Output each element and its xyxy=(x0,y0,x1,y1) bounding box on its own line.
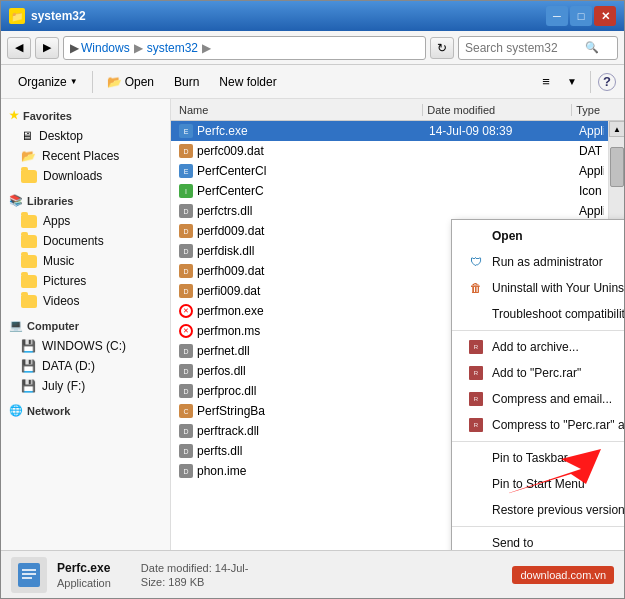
dat-icon: C xyxy=(179,404,193,418)
file-list: Name Date modified Type E Perfc.exe 14-J… xyxy=(171,99,624,550)
sidebar-item-f-drive[interactable]: 💾 July (F:) xyxy=(1,376,170,396)
drive-icon: 💾 xyxy=(21,359,36,373)
table-row[interactable]: E PerfCenterCl Applic xyxy=(171,161,608,181)
dat-icon: D xyxy=(179,224,193,238)
col-name[interactable]: Name xyxy=(175,104,423,116)
file-name-cell: D perfd009.dat xyxy=(175,224,425,238)
rar-icon: R xyxy=(468,339,484,355)
minimize-button[interactable]: ─ xyxy=(546,6,568,26)
ctx-item-label: Troubleshoot compatibility xyxy=(492,307,624,321)
network-header[interactable]: 🌐 Network xyxy=(1,400,170,421)
table-row[interactable]: D perfctrs.dll Applic xyxy=(171,201,608,221)
sidebar-item-d-drive[interactable]: 💾 DATA (D:) xyxy=(1,356,170,376)
ctx-open[interactable]: Open xyxy=(452,223,624,249)
view-options-button[interactable]: ≡ xyxy=(535,71,557,93)
file-name-cell: I PerfCenterC xyxy=(175,184,425,198)
folder-icon xyxy=(21,295,37,308)
computer-header[interactable]: 💻 Computer xyxy=(1,315,170,336)
file-name-cell: D perfos.dll xyxy=(175,364,425,378)
file-name-text: phon.ime xyxy=(197,464,246,478)
scroll-up-button[interactable]: ▲ xyxy=(609,121,624,137)
table-row[interactable]: D perfc009.dat DAT Fi xyxy=(171,141,608,161)
sidebar-item-music[interactable]: Music xyxy=(1,251,170,271)
dll-icon: D xyxy=(179,424,193,438)
rar-icon: R xyxy=(468,365,484,381)
col-type[interactable]: Type xyxy=(572,104,604,116)
sidebar-item-desktop[interactable]: 🖥 Desktop xyxy=(1,126,170,146)
ctx-compress-perc-email[interactable]: R Compress to "Perc.rar" and email xyxy=(452,412,624,438)
scroll-handle[interactable] xyxy=(610,147,624,187)
file-name-cell: D perfh009.dat xyxy=(175,264,425,278)
maximize-button[interactable]: □ xyxy=(570,6,592,26)
start-icon xyxy=(468,476,484,492)
view-toggle-button[interactable]: ▼ xyxy=(561,71,583,93)
status-date-modified: Date modified: 14-Jul- xyxy=(141,562,249,574)
breadcrumb-windows[interactable]: Windows xyxy=(81,41,130,55)
network-icon: 🌐 xyxy=(9,404,23,417)
banned-icon: ✕ xyxy=(179,304,193,318)
file-name-text: perfc009.dat xyxy=(197,144,264,158)
favorites-header[interactable]: ★ Favorites xyxy=(1,105,170,126)
dll-icon: D xyxy=(179,444,193,458)
drive-icon: 💾 xyxy=(21,339,36,353)
ctx-add-perc-rar[interactable]: R Add to "Perc.rar" xyxy=(452,360,624,386)
window-icon: 📁 xyxy=(9,8,25,24)
close-button[interactable]: ✕ xyxy=(594,6,616,26)
open-icon xyxy=(468,228,484,244)
table-row[interactable]: I PerfCenterC Icon xyxy=(171,181,608,201)
breadcrumb-sep1: ▶ xyxy=(134,41,143,55)
breadcrumb-system32[interactable]: system32 xyxy=(147,41,198,55)
dat-icon: D xyxy=(179,264,193,278)
sidebar-item-documents[interactable]: Documents xyxy=(1,231,170,251)
file-name-text: perfts.dll xyxy=(197,444,242,458)
ctx-uninstall[interactable]: 🗑 Uninstall with Your Uninstaller! xyxy=(452,275,624,301)
file-type-cell: Applic xyxy=(575,204,604,218)
file-type-cell: Icon xyxy=(575,184,604,198)
explorer-window: 📁 system32 ─ □ ✕ ◀ ▶ ▶ Windows ▶ system3… xyxy=(0,0,625,599)
burn-button[interactable]: Burn xyxy=(165,69,208,95)
svg-rect-4 xyxy=(22,577,32,579)
col-date[interactable]: Date modified xyxy=(423,104,572,116)
ctx-compress-email[interactable]: R Compress and email... xyxy=(452,386,624,412)
table-row[interactable]: E Perfc.exe 14-Jul-09 08:39 Applic xyxy=(171,121,608,141)
ctx-item-label: Restore previous versions xyxy=(492,503,624,517)
svg-rect-2 xyxy=(22,569,36,571)
sendto-icon xyxy=(468,535,484,550)
sidebar-item-downloads[interactable]: Downloads xyxy=(1,166,170,186)
pin-icon xyxy=(468,450,484,466)
back-button[interactable]: ◀ xyxy=(7,37,31,59)
ctx-sep1 xyxy=(452,330,624,331)
organize-button[interactable]: Organize ▼ xyxy=(9,69,87,95)
ctx-troubleshoot[interactable]: Troubleshoot compatibility xyxy=(452,301,624,327)
dll-icon: D xyxy=(179,344,193,358)
uninstall-icon: 🗑 xyxy=(468,280,484,296)
favorites-section: ★ Favorites 🖥 Desktop 📂 Recent Places Do… xyxy=(1,105,170,186)
network-section: 🌐 Network xyxy=(1,400,170,421)
open-button[interactable]: 📂 Open xyxy=(98,69,163,95)
refresh-button[interactable]: ↻ xyxy=(430,37,454,59)
breadcrumb[interactable]: ▶ Windows ▶ system32 ▶ xyxy=(63,36,426,60)
status-text-area: Perfc.exe Application xyxy=(57,561,111,589)
help-button[interactable]: ? xyxy=(598,73,616,91)
ctx-send-to[interactable]: Send to ▶ xyxy=(452,530,624,550)
sidebar-item-c-drive[interactable]: 💾 WINDOWS (C:) xyxy=(1,336,170,356)
libraries-header[interactable]: 📚 Libraries xyxy=(1,190,170,211)
titlebar: 📁 system32 ─ □ ✕ xyxy=(1,1,624,31)
file-name-cell: D perfc009.dat xyxy=(175,144,425,158)
file-date-cell: 14-Jul-09 08:39 xyxy=(425,124,575,138)
new-folder-button[interactable]: New folder xyxy=(210,69,285,95)
file-name-cell: D phon.ime xyxy=(175,464,425,478)
ctx-add-archive[interactable]: R Add to archive... xyxy=(452,334,624,360)
sidebar-item-recent[interactable]: 📂 Recent Places xyxy=(1,146,170,166)
forward-button[interactable]: ▶ xyxy=(35,37,59,59)
sidebar: ★ Favorites 🖥 Desktop 📂 Recent Places Do… xyxy=(1,99,171,550)
ctx-run-as-admin[interactable]: 🛡 Run as administrator xyxy=(452,249,624,275)
exe-icon: E xyxy=(179,164,193,178)
sidebar-item-apps[interactable]: Apps xyxy=(1,211,170,231)
file-name-text: perfd009.dat xyxy=(197,224,264,238)
search-input[interactable] xyxy=(465,41,585,55)
sidebar-item-videos[interactable]: Videos xyxy=(1,291,170,311)
file-name-cell: D perfproc.dll xyxy=(175,384,425,398)
file-name-text: PerfCenterCl xyxy=(197,164,266,178)
sidebar-item-pictures[interactable]: Pictures xyxy=(1,271,170,291)
